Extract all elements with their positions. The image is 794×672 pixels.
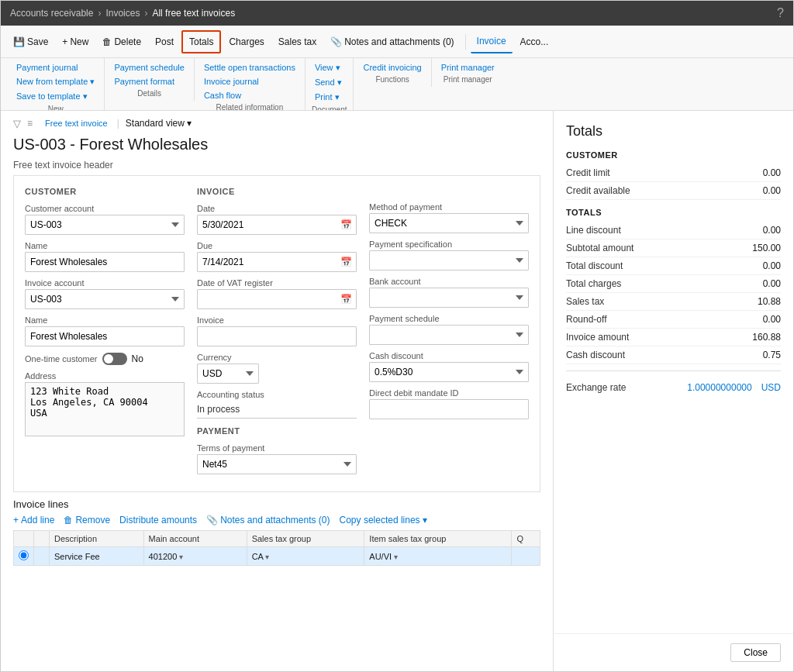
notes-button[interactable]: 📎 Notes and attachments (0) bbox=[324, 30, 460, 53]
direct-debit-input[interactable] bbox=[369, 399, 529, 419]
invoice-name-input[interactable] bbox=[25, 326, 185, 346]
bank-account-select[interactable] bbox=[369, 288, 529, 308]
calendar-icon-vat[interactable]: 📅 bbox=[340, 294, 352, 305]
bank-account-field: Bank account bbox=[369, 277, 529, 308]
invoice-amount-label: Invoice amount bbox=[566, 332, 629, 343]
invoice-account-select[interactable]: US-003 bbox=[25, 289, 185, 309]
save-button[interactable]: 💾 Save bbox=[7, 30, 54, 53]
acco-tab[interactable]: Acco... bbox=[514, 30, 555, 53]
payment-schedule-link[interactable]: Payment schedule bbox=[111, 61, 188, 74]
totals-button[interactable]: Totals bbox=[181, 30, 221, 53]
currency-label: Currency bbox=[197, 353, 357, 362]
help-icon[interactable]: ? bbox=[777, 6, 784, 20]
payment-journal-link[interactable]: Payment journal bbox=[13, 61, 98, 74]
customer-account-select[interactable]: US-003 bbox=[25, 215, 185, 235]
post-button[interactable]: Post bbox=[149, 30, 180, 53]
toggle-knob bbox=[104, 354, 113, 364]
round-off-value: 0.00 bbox=[727, 314, 781, 325]
row-radio[interactable] bbox=[19, 550, 29, 560]
invoice-name-field: Name bbox=[25, 315, 185, 346]
lines-notes-btn[interactable]: 📎 Notes and attachments (0) bbox=[206, 515, 330, 526]
exchange-rate-value[interactable]: 1.00000000000 bbox=[687, 382, 751, 393]
due-date-label: Due bbox=[197, 241, 357, 250]
calendar-icon-due[interactable]: 📅 bbox=[340, 257, 352, 267]
invoice-tab[interactable]: Invoice bbox=[471, 30, 513, 53]
save-to-template-link[interactable]: Save to template ▾ bbox=[13, 90, 98, 103]
page-title: US-003 - Forest Wholesales bbox=[1, 133, 553, 160]
new-from-template-link[interactable]: New from template ▾ bbox=[13, 75, 98, 88]
address-textarea[interactable]: 123 White Road Los Angeles, CA 90004 USA bbox=[25, 382, 185, 436]
remove-label: Remove bbox=[75, 515, 110, 526]
add-line-label: Add line bbox=[21, 515, 54, 526]
free-text-invoice-link[interactable]: Free text invoice bbox=[42, 117, 111, 129]
total-discount-label: Total discount bbox=[566, 260, 623, 271]
invoice-number-input[interactable] bbox=[197, 326, 357, 346]
payment-format-link[interactable]: Payment format bbox=[111, 75, 188, 88]
save-icon: 💾 bbox=[13, 36, 25, 47]
totals-label: Totals bbox=[189, 36, 213, 47]
distribute-btn[interactable]: Distribute amounts bbox=[119, 515, 197, 526]
method-of-payment-label: Method of payment bbox=[369, 202, 529, 212]
row-check-cell bbox=[34, 547, 50, 566]
invoice-date-input[interactable] bbox=[197, 215, 357, 235]
filter-separator: | bbox=[117, 118, 119, 129]
remove-btn[interactable]: 🗑 Remove bbox=[64, 515, 110, 526]
payment-spec-select[interactable] bbox=[369, 250, 529, 271]
vat-date-input[interactable] bbox=[197, 289, 357, 309]
sort-icon[interactable]: ≡ bbox=[27, 118, 33, 129]
breadcrumb-item-1[interactable]: Accounts receivable bbox=[10, 8, 93, 19]
row-radio-cell bbox=[14, 547, 34, 566]
ribbon-group-details-title: Details bbox=[111, 89, 188, 98]
cash-discount-totals-value: 0.75 bbox=[727, 350, 781, 360]
send-link[interactable]: Send ▾ bbox=[312, 76, 345, 89]
add-line-btn[interactable]: + Add line bbox=[13, 515, 54, 526]
method-of-payment-select[interactable]: CHECK bbox=[369, 213, 529, 233]
toolbar-separator bbox=[465, 34, 466, 50]
close-button[interactable]: Close bbox=[730, 643, 781, 662]
terms-of-payment-select[interactable]: Net45 bbox=[197, 454, 357, 474]
print-link[interactable]: Print ▾ bbox=[312, 91, 345, 104]
invoice-journal-link[interactable]: Invoice journal bbox=[201, 75, 299, 88]
cash-flow-link[interactable]: Cash flow bbox=[201, 89, 299, 102]
charges-label: Charges bbox=[229, 36, 264, 47]
round-off-label: Round-off bbox=[566, 314, 606, 325]
total-charges-row: Total charges 0.00 bbox=[566, 275, 781, 293]
exchange-rate-currency[interactable]: USD bbox=[761, 382, 781, 393]
credit-available-value: 0.00 bbox=[727, 185, 781, 196]
delete-label: Delete bbox=[114, 36, 141, 47]
view-link[interactable]: View ▾ bbox=[312, 61, 345, 74]
remove-icon: 🗑 bbox=[64, 515, 73, 526]
add-line-icon: + bbox=[13, 515, 19, 526]
payment-schedule-select[interactable] bbox=[369, 325, 529, 345]
sales-tax-button[interactable]: Sales tax bbox=[272, 30, 323, 53]
total-charges-label: Total charges bbox=[566, 278, 621, 289]
cash-discount-label: Cash discount bbox=[369, 351, 529, 360]
settle-link[interactable]: Settle open transactions bbox=[201, 61, 299, 74]
due-date-input[interactable] bbox=[197, 252, 357, 272]
col-main-account: Main account bbox=[143, 531, 247, 547]
subtotal-row: Subtotal amount 150.00 bbox=[566, 240, 781, 257]
breadcrumb-item-2[interactable]: Invoices bbox=[105, 8, 140, 19]
vat-date-label: Date of VAT register bbox=[197, 278, 357, 288]
calendar-icon-date[interactable]: 📅 bbox=[340, 219, 352, 230]
terms-of-payment-label: Terms of payment bbox=[197, 443, 357, 453]
ribbon-group-functions-title: Functions bbox=[360, 75, 424, 84]
col-quantity: Q bbox=[512, 531, 540, 547]
new-button[interactable]: + New bbox=[56, 30, 95, 53]
totals-title: Totals bbox=[566, 123, 781, 140]
one-time-toggle[interactable] bbox=[102, 353, 127, 365]
total-discount-row: Total discount 0.00 bbox=[566, 257, 781, 275]
currency-select[interactable]: USD bbox=[197, 364, 259, 384]
customer-name-input[interactable] bbox=[25, 252, 185, 272]
accounting-status-label: Accounting status bbox=[197, 390, 357, 399]
filter-icon[interactable]: ▽ bbox=[13, 118, 21, 129]
charges-button[interactable]: Charges bbox=[223, 30, 270, 53]
view-selector[interactable]: Standard view ▾ bbox=[126, 118, 192, 129]
credit-invoicing-link[interactable]: Credit invoicing bbox=[360, 61, 424, 74]
distribute-label: Distribute amounts bbox=[119, 515, 197, 526]
delete-button[interactable]: 🗑 Delete bbox=[96, 30, 147, 53]
copy-lines-btn[interactable]: Copy selected lines ▾ bbox=[340, 515, 427, 526]
print-manager-link[interactable]: Print manager bbox=[438, 61, 498, 74]
invoice-account-field: Invoice account US-003 bbox=[25, 278, 185, 309]
cash-discount-select[interactable]: 0.5%D30 bbox=[369, 362, 529, 382]
